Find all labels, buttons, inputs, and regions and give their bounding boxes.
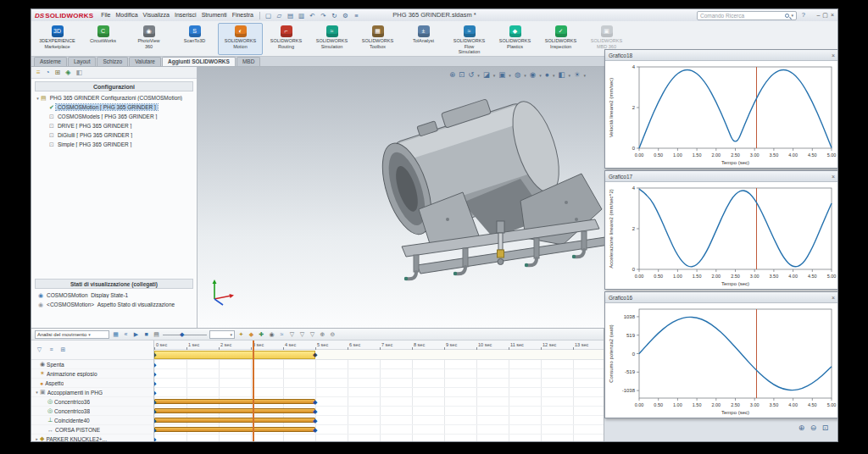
- chart-titlebar[interactable]: Grafico16×: [605, 292, 838, 303]
- expander-icon[interactable]: ▸: [34, 436, 40, 441]
- ribbon-item-solidworks-routing[interactable]: ⌐SOLIDWORKSRouting: [264, 23, 309, 55]
- motion-tree-item[interactable]: ▸◆PARKER KNUCKLE2+...: [31, 435, 153, 442]
- feature-tree-item[interactable]: ⊡DRIVE [ PHG 365 GRINDER ]: [31, 121, 197, 130]
- menu-inserisci[interactable]: Inserisci: [172, 9, 199, 21]
- expand-tree-icon[interactable]: ⊞: [59, 346, 67, 354]
- featuremanager-tab-icon[interactable]: ≡: [36, 67, 41, 79]
- study-type-select[interactable]: Analisi del movimento ▾: [35, 330, 109, 339]
- motion-tree-item[interactable]: ↔CORSA PISTONE: [31, 425, 153, 435]
- filter-tree-icon[interactable]: ▽: [36, 346, 43, 354]
- zoom-fit-icon[interactable]: ⊡: [821, 424, 829, 432]
- timeline-area[interactable]: 0 sec1 sec2 sec3 sec4 sec5 sec6 sec7 sec…: [154, 340, 604, 442]
- ribbon-item-solidworks-flow-simulation[interactable]: ≈SOLIDWORKSFlowSimulation: [447, 23, 492, 55]
- ribbon-item-solidworks-plastics[interactable]: ◆SOLIDWORKSPlastics: [492, 23, 537, 55]
- ribbon-item-solidworks-simulation[interactable]: ≈SOLIDWORKSSimulation: [309, 23, 354, 55]
- open-document-icon[interactable]: ▱: [275, 11, 284, 20]
- ribbon-item-photoview-360[interactable]: ◉PhotoView360: [126, 23, 171, 55]
- ribbon-item-tolanalyst[interactable]: ±TolAnalyst: [401, 23, 446, 55]
- help-icon[interactable]: ?: [802, 9, 805, 21]
- simulation-elements-icon[interactable]: ◉: [268, 330, 275, 339]
- keyframe-diamond[interactable]: ◆: [313, 397, 317, 407]
- ribbon-item-scanto3d[interactable]: SScanTo3D: [172, 23, 217, 55]
- zoom-out-timeline-icon[interactable]: ⊖: [329, 330, 337, 339]
- animation-duration-band[interactable]: [154, 351, 315, 359]
- play-icon[interactable]: ▶: [132, 330, 140, 339]
- timebar-key-diamond[interactable]: ◆: [313, 350, 317, 360]
- file-properties-icon[interactable]: ≡: [352, 11, 361, 20]
- menu-strumenti[interactable]: Strumenti: [199, 9, 230, 21]
- chevron-down-icon[interactable]: ▾: [791, 13, 793, 18]
- displaymanager-tab-icon[interactable]: ◧: [75, 67, 82, 79]
- chart-titlebar[interactable]: Grafico17×: [605, 171, 838, 182]
- keyframe-diamond[interactable]: ◆: [154, 369, 156, 379]
- feature-tree-item[interactable]: ▾▤PHG 365 GRINDER Configurazioni (COSMOS…: [31, 93, 197, 102]
- timebar-key-diamond[interactable]: ◆: [154, 350, 156, 360]
- duration-bar[interactable]: [154, 427, 315, 432]
- motion-tree-item[interactable]: ◉Spenta: [31, 360, 153, 369]
- add-key-icon[interactable]: ✚: [258, 330, 265, 339]
- keyframe-diamond[interactable]: ◆: [154, 388, 156, 397]
- tab-schizzo[interactable]: Schizzo: [97, 57, 128, 66]
- keyframe-diamond[interactable]: ◆: [313, 425, 317, 435]
- undo-icon[interactable]: ↶: [308, 11, 317, 20]
- feature-tree-item[interactable]: ✔COSMOSMotion [ PHG 365 GRINDER ]: [31, 102, 197, 112]
- tab-assieme[interactable]: Assieme: [34, 57, 67, 66]
- propertymanager-tab-icon[interactable]: ◔: [46, 67, 50, 79]
- results-graph-icon[interactable]: ≈: [278, 330, 286, 339]
- feature-tree-item[interactable]: ⊡COSMOSModels [ PHG 365 GRINDER ]: [31, 112, 197, 121]
- keyframe-diamond[interactable]: ◆: [154, 407, 156, 416]
- save-animation-icon[interactable]: ▤: [153, 330, 160, 339]
- ribbon-item-solidworks-motion[interactable]: ◐SOLIDWORKSMotion: [218, 23, 263, 55]
- duration-bar[interactable]: [154, 399, 315, 404]
- close-button[interactable]: ×: [831, 9, 834, 21]
- ribbon-item-solidworks-toolbox[interactable]: ▦SOLIDWORKSToolbox: [355, 23, 400, 55]
- tab-valutare[interactable]: Valutare: [129, 57, 161, 66]
- timeline-playhead[interactable]: [253, 340, 254, 442]
- tab-layout[interactable]: Layout: [68, 57, 97, 66]
- menu-file[interactable]: File: [98, 9, 113, 21]
- filter-selected-icon[interactable]: ▽: [309, 330, 316, 339]
- motion-tree-item[interactable]: ⊥Coincidente40: [31, 416, 153, 425]
- keyframe-diamond[interactable]: ◆: [154, 379, 156, 388]
- filter-animated-icon[interactable]: ▽: [288, 330, 296, 339]
- motion-tree-item[interactable]: ●Aspetto: [31, 379, 153, 388]
- motion-tree-item[interactable]: ◎Concentrico38: [31, 407, 153, 416]
- duration-bar[interactable]: [154, 418, 315, 423]
- print-icon[interactable]: ▥: [297, 11, 306, 20]
- dimxpert-tab-icon[interactable]: ◈: [65, 67, 70, 79]
- motion-tree-item[interactable]: ▾▣Accoppiamenti in PHG: [31, 388, 153, 397]
- chart-close-button[interactable]: ×: [832, 174, 835, 180]
- autokey-icon[interactable]: ◆: [248, 330, 255, 339]
- motion-tree-item[interactable]: ✶Animazione esplosio: [31, 369, 153, 379]
- ribbon-item-3dexperience-marketplace[interactable]: 3D3DEXPERIENCEMarketplace: [35, 23, 80, 55]
- keyframe-diamond[interactable]: ◆: [313, 416, 317, 425]
- chart-titlebar[interactable]: Grafico18×: [605, 50, 838, 61]
- tab-aggiunti-solidworks[interactable]: Aggiunti SOLIDWORKS: [162, 57, 236, 66]
- keyframe-diamond[interactable]: ◆: [154, 435, 156, 442]
- options-icon[interactable]: ⚙: [341, 11, 350, 20]
- feature-tree-item[interactable]: ⊡DiGiulli [ PHG 365 GRINDER ]: [31, 130, 197, 140]
- display-state-item[interactable]: ◉COSMOSMotion_Display State-1: [31, 291, 197, 300]
- feature-tree-item[interactable]: ⊡Simple [ PHG 365 GRINDER ]: [31, 140, 197, 149]
- menu-visualizza[interactable]: Visualizza: [141, 9, 172, 21]
- chart-close-button[interactable]: ×: [832, 295, 835, 301]
- keyframe-diamond[interactable]: ◆: [154, 425, 156, 435]
- expander-icon[interactable]: ▾: [34, 390, 40, 395]
- keyframe-diamond[interactable]: ◆: [154, 397, 156, 407]
- redo-icon[interactable]: ↷: [319, 11, 328, 20]
- menu-finestra[interactable]: Finestra: [230, 9, 256, 21]
- keyframe-diamond[interactable]: ◆: [313, 407, 317, 416]
- save-document-icon[interactable]: ▤: [286, 11, 295, 20]
- keyframe-diamond[interactable]: ◆: [154, 360, 156, 369]
- zoom-out-icon[interactable]: ⊖: [810, 424, 817, 432]
- assembly-model[interactable]: [354, 75, 609, 313]
- animation-wizard-icon[interactable]: ✦: [237, 330, 245, 339]
- command-search-input[interactable]: Comando Ricerca ▾: [697, 11, 797, 20]
- zoom-in-timeline-icon[interactable]: ⊕: [319, 330, 326, 339]
- tab-mbd[interactable]: MBD: [236, 57, 260, 66]
- stop-icon[interactable]: ■: [142, 330, 150, 339]
- collapse-tree-icon[interactable]: ≡: [47, 346, 55, 354]
- expander-icon[interactable]: ▾: [35, 96, 41, 101]
- rebuild-icon[interactable]: ↻: [330, 11, 339, 20]
- play-from-start-icon[interactable]: «: [122, 330, 130, 339]
